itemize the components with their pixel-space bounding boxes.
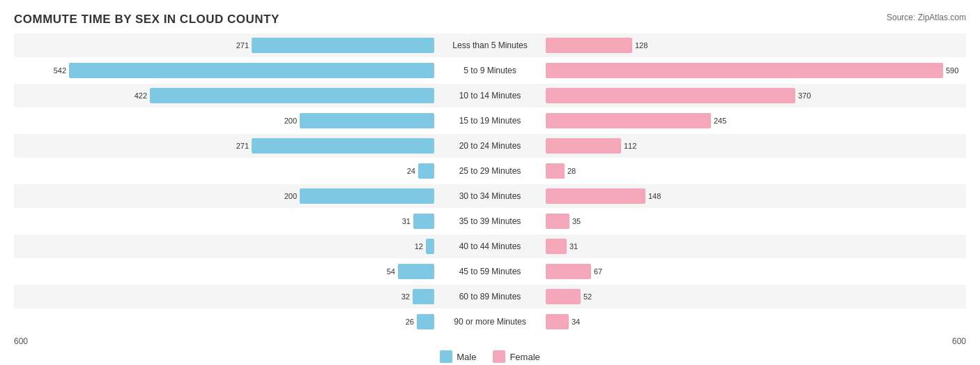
left-section: 31: [14, 209, 434, 233]
left-section: 542: [14, 59, 434, 82]
bar-wrapper-left: 12: [14, 234, 434, 258]
male-value: 422: [135, 91, 147, 100]
bar-wrapper-left: 271: [14, 33, 434, 57]
bar-pink: [546, 188, 645, 204]
axis-label-right: 600: [544, 336, 966, 346]
axis-labels: 600 600: [14, 336, 966, 346]
bar-blue: [69, 63, 434, 78]
legend-male-label: Male: [457, 352, 476, 362]
bar-row: 31 35 to 39 Minutes 35: [14, 209, 966, 233]
right-section: 112: [546, 134, 966, 158]
bar-wrapper-left: 31: [14, 209, 434, 233]
bar-pink: [546, 314, 569, 329]
bar-wrapper-right: 34: [546, 310, 966, 334]
bar-row: 200 30 to 34 Minutes 148: [14, 184, 966, 208]
bar-blue: [418, 163, 434, 179]
bar-wrapper-right: 67: [546, 260, 966, 283]
female-value: 28: [567, 167, 576, 175]
bar-row: 26 90 or more Minutes 34: [14, 310, 966, 334]
chart-container: COMMUTE TIME BY SEX IN CLOUD COUNTY Sour…: [0, 0, 980, 365]
male-value: 26: [406, 318, 414, 326]
right-section: 35: [546, 209, 966, 233]
right-section: 590: [546, 59, 966, 82]
bar-blue: [413, 214, 434, 229]
left-section: 12: [14, 234, 434, 258]
bar-pink: [546, 239, 567, 254]
category-label: 90 or more Minutes: [434, 317, 546, 327]
bar-wrapper-right: 112: [546, 134, 966, 158]
bar-wrapper-right: 52: [546, 285, 966, 308]
category-label: 15 to 19 Minutes: [434, 116, 546, 126]
left-section: 422: [14, 84, 434, 107]
female-value: 52: [583, 292, 592, 301]
bar-wrapper-left: 200: [14, 109, 434, 133]
bar-blue: [426, 239, 434, 254]
bar-wrapper-left: 24: [14, 159, 434, 183]
female-value: 148: [648, 192, 661, 200]
male-value: 12: [415, 242, 423, 251]
legend-female: Female: [493, 350, 539, 363]
left-section: 32: [14, 285, 434, 308]
bar-wrapper-left: 54: [14, 260, 434, 283]
left-section: 271: [14, 33, 434, 57]
bar-pink: [546, 163, 565, 179]
bar-row: 422 10 to 14 Minutes 370: [14, 84, 966, 107]
axis-label-left: 600: [14, 336, 436, 346]
right-section: 370: [546, 84, 966, 107]
bar-blue: [150, 88, 434, 103]
female-value: 370: [798, 91, 811, 100]
bar-row: 54 45 to 59 Minutes 67: [14, 260, 966, 283]
chart-area: 271 Less than 5 Minutes 128 542 5 to 9 M…: [14, 33, 966, 334]
legend: Male Female: [14, 350, 966, 363]
male-value: 32: [401, 292, 410, 301]
bar-wrapper-left: 26: [14, 310, 434, 334]
bar-wrapper-right: 128: [546, 33, 966, 57]
bar-wrapper-left: 32: [14, 285, 434, 308]
category-label: 35 to 39 Minutes: [434, 216, 546, 226]
bar-pink: [546, 88, 795, 103]
right-section: 128: [546, 33, 966, 57]
right-section: 67: [546, 260, 966, 283]
female-value: 67: [594, 267, 602, 276]
legend-female-box: [493, 350, 505, 363]
bar-wrapper-left: 422: [14, 84, 434, 107]
bar-blue: [417, 314, 434, 329]
bar-blue: [398, 264, 434, 279]
bar-blue: [252, 38, 434, 53]
female-value: 590: [946, 66, 958, 75]
bar-pink: [546, 138, 621, 154]
male-value: 542: [54, 66, 66, 75]
female-value: 35: [572, 217, 581, 225]
bar-wrapper-right: 28: [546, 159, 966, 183]
bar-blue: [413, 289, 434, 304]
legend-male: Male: [440, 350, 476, 363]
bar-wrapper-right: 245: [546, 109, 966, 133]
male-value: 271: [236, 41, 249, 50]
bar-row: 271 Less than 5 Minutes 128: [14, 33, 966, 57]
bar-pink: [546, 289, 581, 304]
category-label: 45 to 59 Minutes: [434, 267, 546, 276]
bar-blue: [252, 138, 434, 154]
bar-pink: [546, 113, 711, 128]
left-section: 54: [14, 260, 434, 283]
left-section: 271: [14, 134, 434, 158]
right-section: 245: [546, 109, 966, 133]
left-section: 26: [14, 310, 434, 334]
female-value: 34: [572, 318, 580, 326]
female-value: 245: [714, 117, 726, 125]
bar-row: 24 25 to 29 Minutes 28: [14, 159, 966, 183]
female-value: 112: [624, 142, 636, 150]
right-section: 28: [546, 159, 966, 183]
category-label: 30 to 34 Minutes: [434, 191, 546, 201]
male-value: 271: [236, 142, 249, 150]
left-section: 200: [14, 109, 434, 133]
male-value: 200: [284, 192, 297, 200]
bar-row: 200 15 to 19 Minutes 245: [14, 109, 966, 133]
bar-row: 12 40 to 44 Minutes 31: [14, 234, 966, 258]
left-section: 24: [14, 159, 434, 183]
category-label: 10 to 14 Minutes: [434, 91, 546, 100]
category-label: 25 to 29 Minutes: [434, 166, 546, 176]
category-label: 20 to 24 Minutes: [434, 141, 546, 151]
bar-pink: [546, 214, 569, 229]
bar-wrapper-right: 370: [546, 84, 966, 107]
